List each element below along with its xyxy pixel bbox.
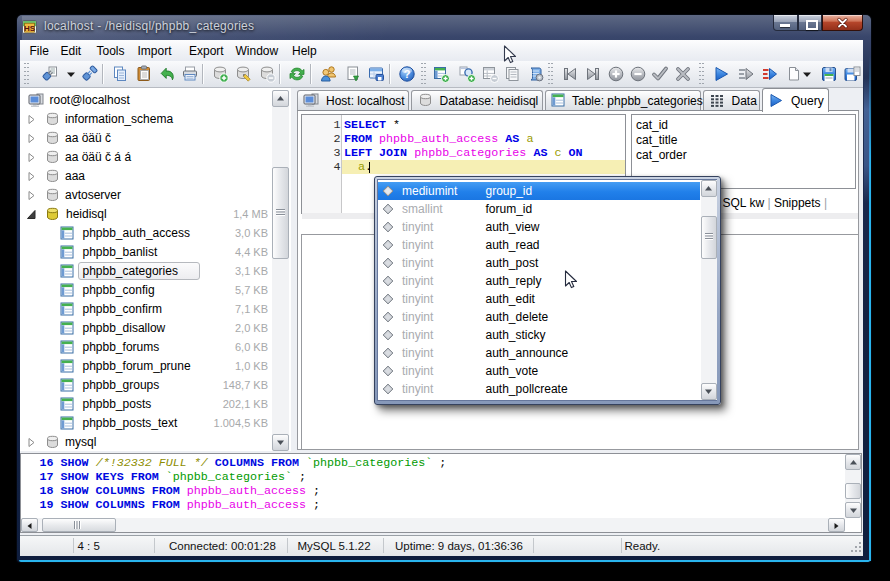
svg-text:HS: HS bbox=[24, 24, 36, 33]
svg-text:?: ? bbox=[404, 68, 411, 80]
